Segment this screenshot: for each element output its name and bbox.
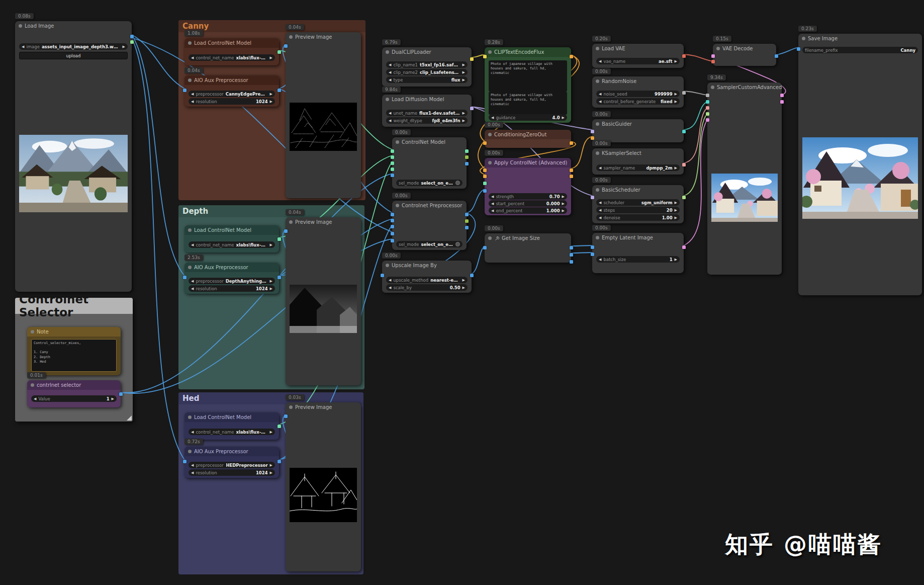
weight-dtype-widget[interactable]: ◀ weight_dtype fp8_e4m3fn ▶ (386, 117, 468, 124)
node-ksampler-select[interactable]: 0.00s KSamplerSelect ◀ sampler_name dpmp… (592, 148, 684, 175)
combo-left-arrow[interactable]: ◀ (191, 430, 194, 434)
node-header[interactable]: BasicGuider (592, 119, 684, 129)
scheduler-widget[interactable]: ◀ scheduler sgm_uniform ▶ (596, 199, 680, 206)
node-graph-canvas[interactable]: Canny Depth Hed Controlnet Selector (0, 0, 924, 585)
node-sampler-custom-advanced[interactable]: 9.34s SamplerCustomAdvanced (707, 82, 782, 275)
stepper-right-arrow[interactable]: ▶ (562, 209, 565, 213)
node-header[interactable]: SamplerCustomAdvanced (707, 82, 782, 92)
node-header[interactable]: Load Image (15, 21, 132, 31)
node-header[interactable]: ConditioningZeroOut (485, 130, 571, 139)
node-header[interactable]: BasicScheduler (592, 185, 684, 195)
output-slot-vae[interactable] (682, 54, 686, 58)
output-slot-width[interactable] (570, 246, 573, 249)
combo-right-arrow[interactable]: ▶ (270, 92, 272, 96)
combo-left-arrow[interactable]: ◀ (599, 166, 601, 170)
input-slot-controlnet-2[interactable] (391, 155, 394, 159)
end-percent-widget[interactable]: ◀ end_percent 1.000 ▶ (489, 207, 567, 214)
value-widget[interactable]: ◀ Value 1 ▶ (31, 395, 117, 402)
output-slot-image[interactable] (130, 35, 134, 38)
vae-name-widget[interactable]: ◀ vae_name ae.sft ▶ (596, 58, 680, 64)
output-slot-clip[interactable] (470, 57, 474, 61)
sel-mode-toggle[interactable] (455, 242, 460, 246)
noise-seed-widget[interactable]: ◀ noise_seed 999999 ▶ (596, 91, 680, 97)
controlnet-name-widget[interactable]: ◀ control_net_name xlabs\flux-canny-cont… (189, 54, 275, 61)
combo-left-arrow[interactable]: ◀ (191, 279, 194, 283)
input-slot-select[interactable] (391, 174, 394, 177)
input-slot-positive[interactable] (483, 169, 487, 172)
combo-left-arrow[interactable]: ◀ (191, 100, 194, 104)
stepper-right-arrow[interactable]: ▶ (675, 258, 677, 262)
node-header[interactable]: Empty Latent Image (592, 233, 684, 242)
output-slot-negative[interactable] (570, 175, 573, 178)
node-canny-preview[interactable]: 0.04s Preview Image (286, 32, 361, 198)
input-slot-clip[interactable] (483, 55, 487, 58)
combo-left-arrow[interactable]: ◀ (389, 278, 391, 282)
node-header[interactable]: DualCLIPLoader (382, 47, 472, 57)
node-controlnet-model-switch[interactable]: 0.00s ControlNet Model sel_mode select_o… (392, 137, 467, 189)
scale-by-widget[interactable]: ◀ scale_by 0.50 ▶ (386, 284, 468, 291)
combo-left-arrow[interactable]: ◀ (599, 59, 601, 63)
clip-name2-widget[interactable]: ◀ clip_name2 clip_l.safetensors ▶ (386, 69, 468, 75)
node-header[interactable]: AIO Aux Preprocessor (184, 75, 279, 85)
node-header[interactable]: CLIPTextEncodeFlux (485, 47, 571, 57)
input-slot-samples[interactable] (711, 54, 715, 58)
input-slot-image[interactable] (183, 460, 187, 463)
combo-left-arrow[interactable]: ◀ (191, 92, 194, 96)
input-slot-image-3[interactable] (391, 225, 394, 228)
upload-button[interactable]: upload (19, 52, 128, 59)
output-slot-index[interactable] (465, 226, 469, 229)
node-controlnet-selector[interactable]: 0.01s contrlnet selector ◀ Value 1 ▶ (27, 380, 121, 407)
node-header[interactable]: Get Image Size (485, 233, 571, 243)
input-slot-noise[interactable] (706, 94, 709, 97)
output-slot-image[interactable] (278, 89, 281, 92)
combo-left-arrow[interactable]: ◀ (191, 463, 194, 467)
output-slot-controlnet[interactable] (278, 50, 281, 54)
output-slot-image[interactable] (470, 274, 474, 277)
stepper-right-arrow[interactable]: ▶ (112, 397, 114, 401)
stepper-left-arrow[interactable]: ◀ (491, 202, 494, 206)
sel-mode-toggle[interactable] (455, 181, 460, 185)
input-slot-sigmas[interactable] (706, 112, 709, 116)
output-slot-guider[interactable] (682, 130, 686, 133)
node-header[interactable]: Preview Image (286, 32, 361, 42)
input-slot-controlnet-4[interactable] (391, 168, 394, 171)
combo-right-arrow[interactable]: ▶ (675, 59, 677, 63)
node-depth-load-controlnet[interactable]: Load ControlNet Model ◀ control_net_name… (184, 225, 279, 253)
combo-left-arrow[interactable]: ◀ (389, 119, 391, 123)
output-slot-mask[interactable] (130, 40, 134, 44)
type-widget[interactable]: ◀ type flux ▶ (386, 76, 468, 83)
control-before-generate-widget[interactable]: ◀ control_before_generate fixed ▶ (596, 98, 680, 105)
node-header[interactable]: Load ControlNet Model (184, 412, 279, 422)
input-slot-conditioning[interactable] (483, 141, 487, 145)
image-combo-widget[interactable]: ◀ image assets_input_image_depth3.webp ▶ (19, 43, 128, 50)
node-header[interactable]: Load ControlNet Model (184, 38, 279, 48)
input-slot-sampler[interactable] (706, 106, 709, 110)
node-header[interactable]: Preview Image (286, 217, 361, 227)
input-slot-images[interactable] (797, 47, 800, 51)
node-header[interactable]: Load ControlNet Model (184, 225, 279, 235)
input-slot-model[interactable] (591, 130, 594, 133)
node-basic-scheduler[interactable]: 0.00s BasicScheduler ◀ scheduler sgm_uni… (592, 185, 684, 223)
sampler-name-widget[interactable]: ◀ sampler_name dpmpp_2m ▶ (596, 164, 680, 171)
combo-left-arrow[interactable]: ◀ (599, 201, 601, 205)
node-conditioning-zero-out[interactable]: 0.00s ConditioningZeroOut (485, 130, 571, 148)
strength-widget[interactable]: ◀ strength 0.70 ▶ (489, 193, 567, 200)
sel-mode-widget[interactable]: sel_mode select_on_execution (396, 180, 463, 186)
node-upscale-image-by[interactable]: 0.00s Upscale Image By ◀ upscale_method … (382, 261, 472, 293)
combo-right-arrow[interactable]: ▶ (675, 100, 677, 104)
combo-right-arrow[interactable]: ▶ (463, 111, 465, 115)
node-depth-preview[interactable]: 0.04s Preview Image (286, 217, 361, 385)
combo-right-arrow[interactable]: ▶ (123, 45, 125, 49)
input-slot-image-1[interactable] (391, 213, 394, 216)
input-slot-conditioning[interactable] (591, 136, 594, 140)
node-clip-text-encode-flux[interactable]: 0.28s CLIPTextEncodeFlux Photo of japane… (485, 47, 571, 123)
node-hed-preview[interactable]: 0.03s Preview Image (286, 402, 361, 571)
stepper-left-arrow[interactable]: ◀ (599, 92, 601, 96)
output-slot-controlnet[interactable] (278, 237, 281, 241)
input-slot-image[interactable] (381, 274, 384, 277)
node-depth-aio-preprocessor[interactable]: 2.53s AIO Aux Preprocessor ◀ preprocesso… (184, 263, 279, 294)
stepper-right-arrow[interactable]: ▶ (463, 286, 465, 290)
combo-right-arrow[interactable]: ▶ (270, 243, 272, 247)
clip-name1-widget[interactable]: ◀ clip_name1 t5xxl_fp16.safetensors ▶ (386, 61, 468, 68)
unet-name-widget[interactable]: ◀ unet_name flux1-dev.safetensors ▶ (386, 110, 468, 116)
